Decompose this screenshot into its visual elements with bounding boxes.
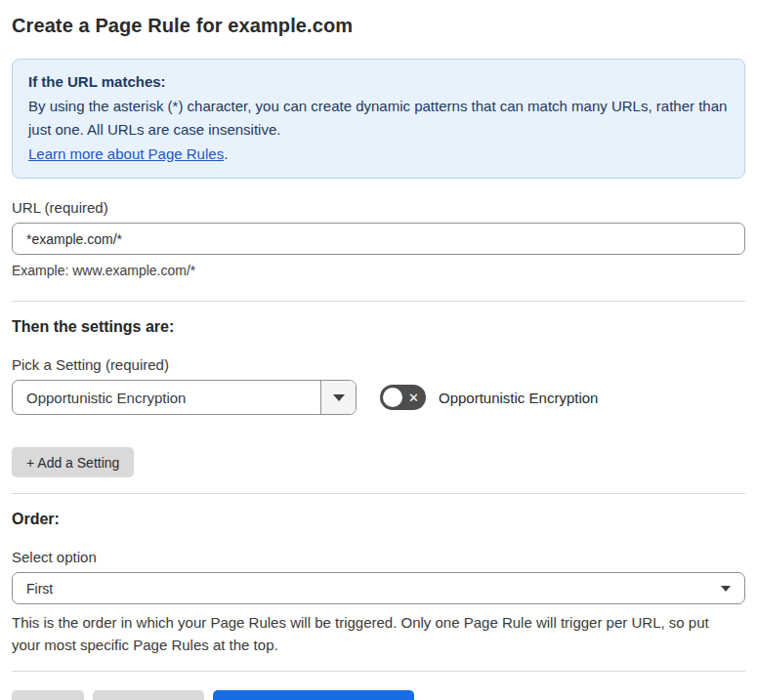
toggle-off-x-icon: ✕ (408, 391, 422, 404)
order-select[interactable]: First (12, 572, 745, 604)
info-callout-link-line: Learn more about Page Rules. (28, 143, 729, 167)
save-and-deploy-button[interactable]: Save and Deploy Page Rule (213, 690, 414, 700)
opportunistic-encryption-toggle[interactable]: ✕ (380, 385, 426, 410)
save-as-draft-button[interactable]: Save as Draft (93, 690, 205, 700)
divider (12, 671, 745, 672)
divider (12, 493, 745, 494)
learn-more-link[interactable]: Learn more about Page Rules (28, 145, 224, 162)
url-input[interactable] (12, 223, 745, 255)
info-callout-body: By using the asterisk (*) character, you… (28, 95, 729, 143)
settings-section-heading: Then the settings are: (12, 318, 745, 336)
toggle-knob (383, 388, 402, 407)
url-field-label: URL (required) (12, 199, 745, 216)
chevron-down-icon (721, 586, 731, 592)
pick-setting-select-value: Opportunistic Encryption (13, 381, 320, 414)
chevron-down-icon (333, 394, 345, 401)
add-setting-button[interactable]: + Add a Setting (12, 447, 134, 477)
page-title: Create a Page Rule for example.com (12, 15, 745, 37)
link-period: . (224, 145, 228, 162)
order-select-label: Select option (12, 549, 745, 565)
pick-setting-label: Pick a Setting (required) (12, 356, 745, 373)
select-arrow-button[interactable] (320, 381, 356, 414)
footer-actions: Cancel Save as Draft Save and Deploy Pag… (12, 690, 745, 700)
cancel-button[interactable]: Cancel (12, 690, 84, 700)
info-callout-heading: If the URL matches: (28, 70, 729, 95)
order-select-value: First (26, 581, 53, 597)
order-section-heading: Order: (12, 511, 745, 528)
pick-setting-select[interactable]: Opportunistic Encryption (12, 380, 357, 415)
url-match-info-callout: If the URL matches: By using the asteris… (12, 59, 745, 179)
create-page-rule-form: Create a Page Rule for example.com If th… (0, 0, 757, 700)
setting-row: Opportunistic Encryption ✕ Opportunistic… (12, 380, 745, 415)
divider (12, 301, 745, 302)
toggle-setting-label: Opportunistic Encryption (439, 390, 598, 406)
order-helper-text: This is the order in which your Page Rul… (12, 611, 739, 656)
url-example-helper: Example: www.example.com/* (12, 263, 745, 278)
